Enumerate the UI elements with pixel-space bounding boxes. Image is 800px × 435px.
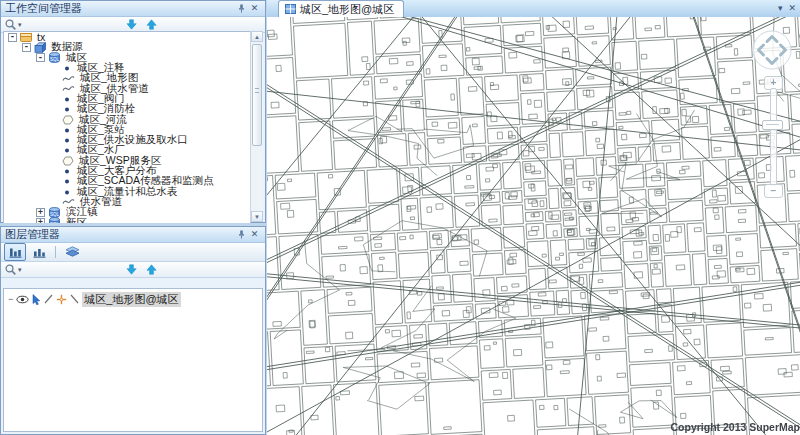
workspace-icon bbox=[20, 32, 32, 42]
visibility-eye-icon[interactable] bbox=[16, 295, 29, 304]
layer-search-row: ▾ bbox=[1, 262, 265, 278]
left-dock-column: 工作空间管理器 ✕ ▾ bbox=[0, 0, 266, 435]
close-icon[interactable]: ✕ bbox=[248, 3, 261, 15]
scroll-up-icon[interactable]: ▲ bbox=[251, 31, 263, 42]
point-dataset-icon bbox=[62, 187, 72, 197]
style-backslash-icon[interactable] bbox=[70, 294, 79, 304]
workspace-tree-scrollbar[interactable]: ▲ ▼ bbox=[250, 31, 263, 222]
svg-text:SQL: SQL bbox=[50, 57, 60, 62]
point-dataset-icon bbox=[62, 94, 72, 104]
move-up-icon[interactable] bbox=[146, 264, 157, 275]
svg-text:SQL: SQL bbox=[50, 211, 60, 216]
edit-slash-icon[interactable] bbox=[44, 294, 53, 304]
expand-toggle-minus[interactable]: - bbox=[8, 33, 17, 42]
point-dataset-icon bbox=[62, 145, 72, 155]
map-tab-icon bbox=[285, 4, 296, 14]
layer-label[interactable]: 城区_地形图@城区 bbox=[82, 292, 180, 307]
datasource-collection-icon bbox=[34, 42, 46, 53]
search-icon[interactable] bbox=[4, 263, 17, 276]
pin-icon[interactable] bbox=[235, 229, 248, 241]
copyright-text: Copyright 2013 SuperMap bbox=[670, 421, 800, 433]
point-dataset-icon bbox=[62, 104, 72, 114]
layer-panel-title: 图层管理器 bbox=[5, 227, 235, 242]
expand-toggle-minus[interactable]: - bbox=[36, 53, 45, 62]
tree-item[interactable]: -数据源 bbox=[4, 42, 250, 52]
close-icon[interactable]: ✕ bbox=[248, 229, 261, 241]
pin-icon[interactable] bbox=[235, 3, 248, 15]
zoom-slider-handle[interactable] bbox=[762, 120, 783, 130]
sql-datasource-icon: SQL bbox=[48, 52, 61, 63]
layer-chart-view-icon[interactable] bbox=[28, 243, 50, 261]
zoom-out-icon[interactable]: − bbox=[764, 184, 783, 198]
point-dataset-icon bbox=[62, 166, 72, 176]
move-down-icon[interactable] bbox=[126, 264, 137, 275]
tree-item[interactable]: +SQL滨江镇 bbox=[4, 207, 250, 217]
expand-toggle-plus[interactable]: + bbox=[36, 208, 45, 217]
workspace-tree: -tx-数据源-SQL城区城区_注释城区_地形图城区_供水管道城区_阀门城区_消… bbox=[3, 31, 251, 224]
layer-tree: − 城区_地形图@城区 bbox=[3, 288, 263, 432]
region-dataset-icon bbox=[62, 156, 74, 166]
layer-panel-titlebar[interactable]: 图层管理器 ✕ bbox=[1, 227, 265, 243]
map-document-area: 城区_地形图@城区 ▾ ✕ + − Copyright 2013 SuperMa… bbox=[267, 0, 800, 435]
tree-item[interactable]: 城区_供水管道 bbox=[4, 83, 250, 93]
snap-crosshair-icon[interactable] bbox=[56, 294, 67, 305]
scroll-down-icon[interactable]: ▼ bbox=[251, 211, 263, 222]
tree-item[interactable]: 城区_河流 bbox=[4, 114, 250, 124]
map-tab-active[interactable]: 城区_地形图@城区 bbox=[278, 0, 404, 17]
point-dataset-icon bbox=[62, 176, 72, 186]
workspace-panel-titlebar[interactable]: 工作空间管理器 ✕ bbox=[1, 1, 265, 17]
point-dataset-icon bbox=[62, 125, 72, 135]
tree-item[interactable]: -tx bbox=[4, 32, 250, 42]
layer-row[interactable]: − 城区_地形图@城区 bbox=[4, 292, 262, 306]
map-canvas[interactable] bbox=[267, 17, 800, 435]
expand-toggle-minus[interactable]: - bbox=[22, 43, 31, 52]
workspace-manager-panel: 工作空间管理器 ✕ ▾ bbox=[0, 0, 266, 223]
tab-close-icon[interactable]: ✕ bbox=[788, 3, 796, 13]
supermap-desktop-window: 工作空间管理器 ✕ ▾ bbox=[0, 0, 800, 435]
tree-item[interactable]: -SQL城区 bbox=[4, 53, 250, 63]
point-dataset-icon bbox=[62, 63, 72, 73]
zoom-slider-track[interactable] bbox=[770, 88, 777, 186]
map-pan-control[interactable] bbox=[750, 28, 794, 76]
line-dataset-icon bbox=[62, 84, 75, 93]
point-dataset-icon bbox=[62, 135, 72, 145]
map-tab-label: 城区_地形图@城区 bbox=[300, 2, 394, 17]
tab-list-caret-icon[interactable]: ▾ bbox=[778, 3, 783, 13]
select-cursor-icon[interactable] bbox=[32, 294, 41, 305]
toolbar-separator bbox=[55, 246, 56, 258]
layer-panel-toolbar bbox=[1, 243, 265, 262]
search-icon[interactable] bbox=[4, 18, 17, 31]
workspace-panel-title: 工作空间管理器 bbox=[5, 1, 235, 16]
region-dataset-icon bbox=[62, 115, 74, 125]
scrollbar-thumb[interactable] bbox=[252, 44, 262, 146]
line-dataset-icon bbox=[62, 74, 75, 83]
layer-manager-panel: 图层管理器 ✕ bbox=[0, 226, 266, 435]
move-down-icon[interactable] bbox=[126, 19, 137, 30]
collapse-toggle[interactable]: − bbox=[8, 294, 13, 304]
tree-item[interactable]: 城区_供水设施及取水口 bbox=[4, 135, 250, 145]
layers-stack-icon[interactable] bbox=[61, 243, 83, 261]
move-up-icon[interactable] bbox=[146, 19, 157, 30]
map-tabbar: 城区_地形图@城区 ▾ ✕ bbox=[267, 0, 800, 18]
layer-tree-view-icon[interactable] bbox=[4, 243, 26, 261]
